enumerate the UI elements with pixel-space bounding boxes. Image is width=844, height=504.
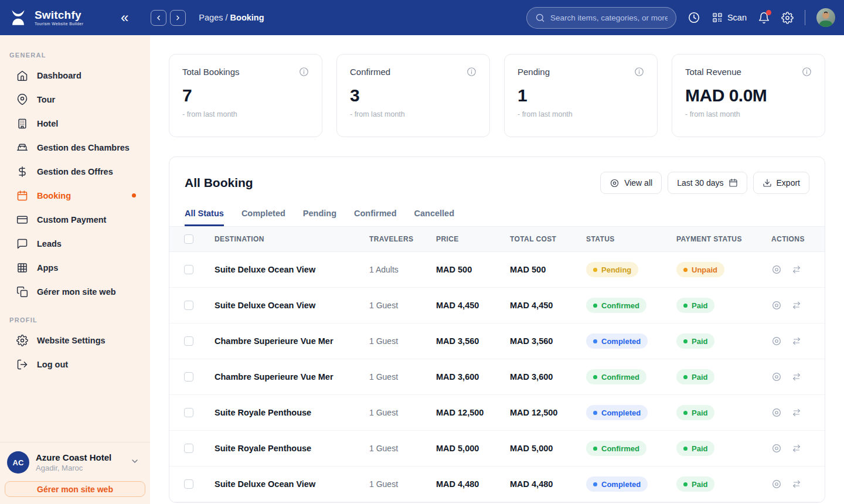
tab-confirmed[interactable]: Confirmed <box>354 209 397 226</box>
view-all-button[interactable]: View all <box>600 172 662 194</box>
row-actions <box>771 372 825 382</box>
sidebar-item-booking[interactable]: Booking <box>0 183 150 207</box>
swap-status-icon[interactable] <box>791 479 802 489</box>
sidebar-item-website-settings[interactable]: Website Settings <box>0 328 150 352</box>
switchfy-logo-icon <box>8 8 28 28</box>
download-icon <box>763 178 772 188</box>
sidebar-item-apps[interactable]: Apps <box>0 256 150 280</box>
tab-cancelled[interactable]: Cancelled <box>414 209 455 226</box>
info-icon[interactable] <box>299 67 309 77</box>
status-dot-icon <box>593 304 597 308</box>
date-range-button[interactable]: Last 30 days <box>668 172 747 194</box>
notifications-button[interactable] <box>758 12 770 24</box>
row-checkbox[interactable] <box>184 336 193 346</box>
sidebar-item-hotel[interactable]: Hotel <box>0 111 150 135</box>
table-row: Suite Deluxe Ocean View 1 Guest MAD 4,48… <box>169 466 825 502</box>
account-switcher[interactable]: AC Azure Coast Hotel Agadir, Maroc <box>5 451 145 474</box>
row-checkbox[interactable] <box>184 301 193 310</box>
status-dot-icon <box>593 482 597 486</box>
row-checkbox[interactable] <box>184 479 193 489</box>
info-icon[interactable] <box>802 67 812 77</box>
stat-subtext: - from last month <box>350 110 477 118</box>
swap-status-icon[interactable] <box>791 372 802 382</box>
row-checkbox[interactable] <box>184 265 193 274</box>
row-travelers: 1 Guest <box>369 444 436 453</box>
breadcrumb-separator: / <box>226 13 228 22</box>
payment-status-badge: Unpaid <box>676 262 724 277</box>
select-all-checkbox[interactable] <box>184 234 193 244</box>
sidebar-item-label: Apps <box>37 263 58 273</box>
sidebar-item-gestion-chambres[interactable]: Gestion des Chambres <box>0 135 150 159</box>
export-button[interactable]: Export <box>753 172 809 194</box>
tab-completed[interactable]: Completed <box>241 209 285 226</box>
sidebar-item-custom-payment[interactable]: Custom Payment <box>0 207 150 231</box>
row-total-cost: MAD 5,000 <box>510 444 586 453</box>
view-row-icon[interactable] <box>771 372 782 382</box>
nav-forward-button[interactable] <box>170 10 186 26</box>
sidebar-item-dashboard[interactable]: Dashboard <box>0 63 150 87</box>
info-icon[interactable] <box>467 67 477 77</box>
row-checkbox[interactable] <box>184 444 193 453</box>
view-row-icon[interactable] <box>771 407 782 418</box>
manage-website-button[interactable]: Gérer mon site web <box>5 481 145 497</box>
stat-card-total-bookings: Total Bookings 7 - from last month <box>169 54 322 137</box>
sidebar-item-tour[interactable]: Tour <box>0 87 150 111</box>
status-dot-icon <box>593 411 597 415</box>
chat-icon <box>16 238 28 250</box>
account-location: Agadir, Maroc <box>36 464 111 472</box>
sidebar-account-section: AC Azure Coast Hotel Agadir, Maroc Gérer… <box>0 442 150 504</box>
search-input[interactable] <box>550 13 668 22</box>
row-destination: Suite Deluxe Ocean View <box>215 301 369 310</box>
status-badge: Confirmed <box>586 441 646 456</box>
status-dot-icon <box>593 447 597 451</box>
sidebar-collapse-icon[interactable]: « <box>116 8 133 27</box>
view-row-icon[interactable] <box>771 479 782 489</box>
row-actions <box>771 407 825 418</box>
swap-status-icon[interactable] <box>791 443 802 454</box>
sidebar-section-profil: PROFIL <box>0 304 150 328</box>
breadcrumb-section[interactable]: Pages <box>199 13 223 22</box>
history-clock-icon[interactable] <box>688 11 700 24</box>
column-header-destination: DESTINATION <box>215 235 369 243</box>
row-destination: Suite Deluxe Ocean View <box>215 265 369 274</box>
swap-status-icon[interactable] <box>791 300 802 311</box>
brand-logo[interactable]: Switchfy Tourism Website Builder <box>0 8 116 28</box>
tab-all-status[interactable]: All Status <box>185 209 224 226</box>
column-header-total-cost: TOTAL COST <box>510 235 586 243</box>
row-price: MAD 4,450 <box>436 301 510 310</box>
sidebar-item-logout[interactable]: Log out <box>0 352 150 376</box>
nav-back-button[interactable] <box>151 10 166 26</box>
view-row-icon[interactable] <box>771 443 782 454</box>
sidebar-item-gestion-offres[interactable]: Gestion des Offres <box>0 159 150 183</box>
row-destination: Chambre Superieure Vue Mer <box>215 372 369 382</box>
status-dot-icon <box>593 268 597 272</box>
building-icon <box>16 118 28 130</box>
user-avatar[interactable] <box>816 8 835 27</box>
view-row-icon[interactable] <box>771 300 782 311</box>
global-search[interactable] <box>526 7 676 29</box>
row-checkbox[interactable] <box>184 372 193 382</box>
header-divider <box>805 10 805 25</box>
scan-button[interactable]: Scan <box>712 12 747 23</box>
row-travelers: 1 Guest <box>369 372 436 382</box>
chevron-down-icon[interactable] <box>130 457 143 468</box>
top-bar: Switchfy Tourism Website Builder « Pages… <box>0 0 844 35</box>
swap-status-icon[interactable] <box>791 407 802 418</box>
table-row: Suite Deluxe Ocean View 1 Guest MAD 4,45… <box>169 288 825 323</box>
gear-icon <box>16 335 28 346</box>
swap-status-icon[interactable] <box>791 264 802 275</box>
tab-pending[interactable]: Pending <box>303 209 336 226</box>
view-row-icon[interactable] <box>771 336 782 346</box>
row-checkbox[interactable] <box>184 408 193 417</box>
row-total-cost: MAD 3,560 <box>510 336 586 346</box>
scan-label: Scan <box>727 13 747 22</box>
info-icon[interactable] <box>634 67 644 77</box>
brand-name: Switchfy <box>35 9 84 21</box>
settings-button[interactable] <box>781 12 794 24</box>
sidebar-item-gerer-site[interactable]: Gérer mon site web <box>0 280 150 304</box>
stat-title: Pending <box>518 67 550 77</box>
sidebar-item-label: Custom Payment <box>37 215 106 224</box>
view-row-icon[interactable] <box>771 264 782 275</box>
sidebar-item-leads[interactable]: Leads <box>0 231 150 256</box>
swap-status-icon[interactable] <box>791 336 802 346</box>
